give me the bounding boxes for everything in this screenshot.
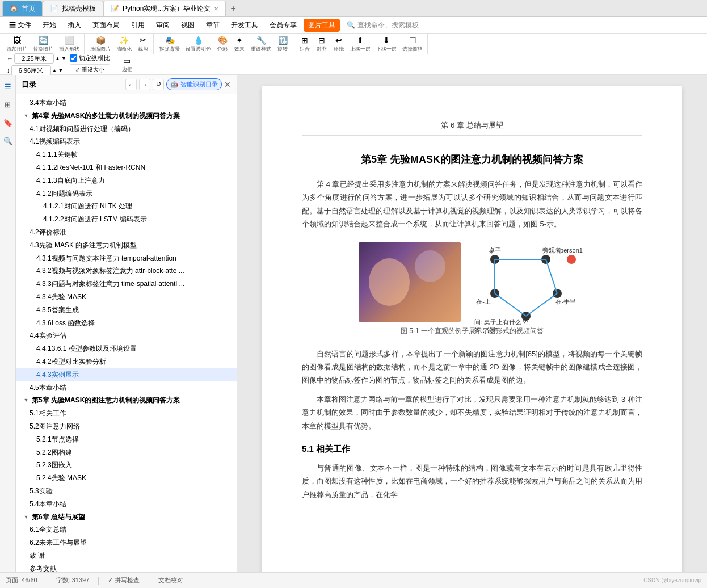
toc-item-4.1.1.2[interactable]: 4.1.1.2ResNet-101 和 Faster-RCNN xyxy=(16,161,237,174)
toc-item-4.4.13.6.1[interactable]: 4.4.13.6.1 模型参数以及环境设置 xyxy=(16,342,237,355)
menu-layout[interactable]: 页面布局 xyxy=(88,19,124,32)
nav-search-btn[interactable]: 🔍 xyxy=(1,134,15,148)
toc-item-5.2.4[interactable]: 5.2.4先验 MASK xyxy=(16,472,237,485)
toc-item-5.2.3[interactable]: 5.2.3图嵌入 xyxy=(16,459,237,472)
replace-image-btn[interactable]: 🔄 替换图片 xyxy=(31,35,56,54)
height-down-icon[interactable]: ▼ xyxy=(58,68,63,73)
up-layer-btn[interactable]: ⬆ 上移一层 xyxy=(348,35,373,54)
width-up-icon[interactable]: ▲ xyxy=(55,56,60,61)
clear-btn[interactable]: ✨ 清晰化 xyxy=(114,35,134,54)
add-image-btn[interactable]: 🖼 添加图片 xyxy=(5,35,30,54)
tab-doc[interactable]: 📝 Python实现...方案）毕业论文 ✕ xyxy=(103,1,226,16)
rotate-btn[interactable]: 🔃 旋转 xyxy=(275,35,291,54)
lock-ratio-group[interactable]: 锁定纵横比 xyxy=(70,54,110,62)
reset-size-btn[interactable]: ⤢ 重设大小 xyxy=(70,64,110,75)
toc-item-4.4[interactable]: 4.4实验评估 xyxy=(16,329,237,342)
menu-view[interactable]: 视图 xyxy=(176,19,199,32)
toc-item-4.1.2.2[interactable]: 4.1.2.2对问题进行 LSTM 编码表示 xyxy=(16,213,237,226)
menu-chapter[interactable]: 章节 xyxy=(201,19,224,32)
menu-file[interactable]: ☰ 文件 xyxy=(5,19,36,32)
toc-item-ch5[interactable]: ▼ 第5章 先验MASK的图注意力机制的视频问答方案 xyxy=(16,394,237,407)
toc-item-3.4[interactable]: 3.4本章小结 xyxy=(16,96,237,110)
toc-expand-icon[interactable]: ▼ xyxy=(23,112,30,119)
width-input[interactable] xyxy=(14,53,54,64)
height-input[interactable] xyxy=(11,65,51,75)
toc-item-4.3[interactable]: 4.3先验 MASK 的多注意力机制模型 xyxy=(16,239,237,252)
toc-item-4.1.2[interactable]: 4.1.2问题编码表示 xyxy=(16,187,237,200)
down-layer-btn[interactable]: ⬇ 下移一层 xyxy=(374,35,399,54)
toc-item-5.2[interactable]: 5.2图注意力网络 xyxy=(16,420,237,433)
menu-start[interactable]: 开始 xyxy=(38,19,61,32)
toc-expand-ch6-icon[interactable]: ▼ xyxy=(23,514,30,520)
sep1 xyxy=(47,577,47,585)
group-btn[interactable]: ⊞ 组合 xyxy=(297,35,313,54)
width-down-icon[interactable]: ▼ xyxy=(61,56,66,61)
toc-item-4.3.1[interactable]: 4.3.1视频与问题文本注意力 temporal-attention xyxy=(16,252,237,265)
replace-image-icon: 🔄 xyxy=(39,36,48,45)
toc-item-4.1.1.3[interactable]: 4.1.1.3自底向上注意力 xyxy=(16,174,237,187)
border-btn[interactable]: ▭ 边框 xyxy=(119,55,136,74)
toc-item-4.1a[interactable]: 4.1对视频和问题进行处理（编码） xyxy=(16,123,237,136)
sidebar-btn-prev[interactable]: ← xyxy=(125,79,137,90)
align-btn[interactable]: ⊟ 对齐 xyxy=(314,35,330,54)
sidebar-btn-next[interactable]: → xyxy=(139,79,150,90)
toc-item-ch6[interactable]: ▼ 第6章 总结与展望 xyxy=(16,511,237,524)
toc-item-5.3[interactable]: 5.3实验 xyxy=(16,485,237,498)
nav-pages-btn[interactable]: ⊞ xyxy=(1,98,15,111)
tab-add-btn[interactable]: + xyxy=(226,3,240,14)
toc-item-6.1[interactable]: 6.1全文总结 xyxy=(16,523,237,536)
toc-item-4.3.4[interactable]: 4.3.4先验 MASK xyxy=(16,291,237,304)
toc-item-6.2[interactable]: 6.2未来工作与展望 xyxy=(16,536,237,549)
crop-btn[interactable]: ✂ 裁剪 xyxy=(135,35,151,54)
tab-home[interactable]: 🏠 首页 xyxy=(2,1,43,16)
menu-member[interactable]: 会员专享 xyxy=(265,19,301,32)
toc-item-thanks[interactable]: 致 谢 xyxy=(16,549,237,562)
toc-item-4.3.3[interactable]: 4.3.3问题与对象标签注意力 time-spatial-attenti ... xyxy=(16,278,237,291)
toc-item-4.1b[interactable]: 4.1视频编码表示 xyxy=(16,135,237,148)
toc-item-5.2.1[interactable]: 5.2.1节点选择 xyxy=(16,433,237,446)
sidebar-btn-refresh[interactable]: ↺ xyxy=(153,79,164,90)
compress-btn[interactable]: 📦 压缩图片 xyxy=(88,35,113,54)
sidebar-close-btn[interactable]: ✕ xyxy=(224,80,231,89)
menu-ref[interactable]: 引用 xyxy=(127,19,149,32)
select-window-btn[interactable]: ☐ 选择窗格 xyxy=(400,35,425,54)
toc-item-ch4[interactable]: ▼ 第4章 先验MASK的多注意力机制的视频问答方案 xyxy=(16,110,237,123)
toc-item-4.3.6[interactable]: 4.3.6Loss 函数选择 xyxy=(16,317,237,330)
menu-image-tools[interactable]: 图片工具 xyxy=(304,19,340,32)
toc-item-4.4.2[interactable]: 4.4.2模型对比实验分析 xyxy=(16,355,237,368)
toc-expand-ch5-icon[interactable]: ▼ xyxy=(23,397,30,404)
nav-bookmark-btn[interactable]: 🔖 xyxy=(1,116,15,129)
smart-tag[interactable]: 🤖 智能识别目录 xyxy=(166,78,222,90)
menu-review[interactable]: 审阅 xyxy=(152,19,174,32)
toc-item-5.4[interactable]: 5.4本章小结 xyxy=(16,498,237,511)
toc-item-5.1[interactable]: 5.1相关工作 xyxy=(16,407,237,420)
toc-item-4.1.2.1[interactable]: 4.1.2.1对问题进行 NLTK 处理 xyxy=(16,200,237,213)
menu-dev[interactable]: 开发工具 xyxy=(226,19,263,32)
toc-item-4.1.1.1[interactable]: 4.1.1.1关键帧 xyxy=(16,148,237,161)
toc-item-4.5[interactable]: 4.5本章小结 xyxy=(16,381,237,394)
lock-ratio-checkbox[interactable] xyxy=(70,54,77,62)
menu-insert[interactable]: 插入 xyxy=(63,19,86,32)
wrap-btn[interactable]: ↩ 环绕 xyxy=(331,35,347,54)
toc-item-4.2[interactable]: 4.2评价标准 xyxy=(16,226,237,239)
tab-template[interactable]: 📄 找稿壳模板 xyxy=(43,1,103,16)
align-icon: ⊟ xyxy=(318,36,325,45)
toc-item-5.2.2[interactable]: 5.2.2图构建 xyxy=(16,446,237,459)
menu-search[interactable]: 🔍 查找命令、搜索模板 xyxy=(342,19,423,32)
size-group: ↔ ▲ ▼ ↕ ▲ ▼ 锁定纵横比 ⤢ 重设大小 xyxy=(2,54,115,74)
tab-close-icon[interactable]: ✕ xyxy=(214,6,218,12)
color-btn[interactable]: 🎨 色彩 xyxy=(214,35,230,54)
height-up-icon[interactable]: ▲ xyxy=(52,68,57,73)
insert-shape-btn[interactable]: ⬜ 插入形状 xyxy=(57,35,82,54)
toc-item-4.3.2[interactable]: 4.3.2视频与视频对象标签注意力 attr-block-atte ... xyxy=(16,264,237,278)
toc-item-4.3.5[interactable]: 4.3.5答案生成 xyxy=(16,304,237,317)
toc-item-refs[interactable]: 参考文献 xyxy=(16,562,237,572)
remove-bg-btn[interactable]: 🎭 抠除背景 xyxy=(157,35,182,54)
nav-list-btn[interactable]: ☰ xyxy=(1,79,15,93)
set-transparent-btn[interactable]: 💧 设置透明色 xyxy=(183,35,213,54)
doc-check[interactable]: 文档校对 xyxy=(158,576,183,585)
toc-item-4.4.3[interactable]: 4.4.3实例展示 xyxy=(16,368,237,381)
restyle-btn[interactable]: 🔧 重设样式 xyxy=(249,35,273,54)
effect-btn[interactable]: ✦ 效果 xyxy=(232,35,247,54)
spell-check[interactable]: ✓ 拼写检查 xyxy=(108,576,140,585)
